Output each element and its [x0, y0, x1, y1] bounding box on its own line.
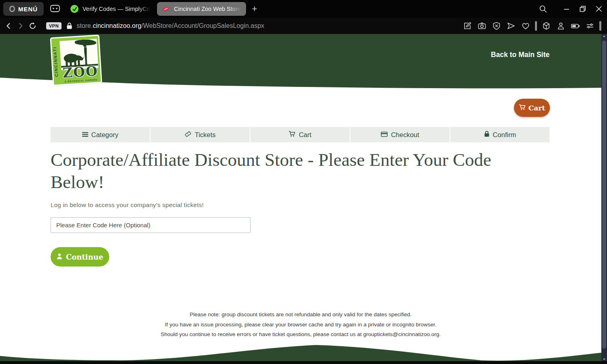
tab-verify-codes[interactable]: Verify Codes — SimplyCo [66, 2, 155, 16]
nav-tickets[interactable]: Tickets [151, 127, 250, 142]
scroll-down-icon[interactable]: ⌄ [601, 355, 607, 361]
category-menu-icon [82, 131, 88, 139]
reload-icon[interactable] [27, 20, 39, 32]
simplycodes-favicon-icon [70, 5, 79, 13]
tab-workspaces-icon[interactable] [50, 5, 60, 14]
browser-tab-bar: MENÚ Verify Codes — SimplyCo Cincinnati … [0, 0, 607, 18]
zoo-logo-zoo-text: ZOO [60, 64, 101, 80]
new-tab-button[interactable]: + [249, 3, 260, 15]
page-scrollbar[interactable]: ⌃ ⌄ [601, 34, 607, 361]
zoo-logo[interactable]: CINCINNATI [50, 34, 102, 86]
code-input[interactable] [51, 217, 250, 233]
credit-card-icon [381, 131, 388, 139]
maximize-button[interactable] [575, 0, 591, 18]
continue-button-label: Continue [66, 253, 103, 261]
extensions-cube-icon[interactable] [541, 21, 552, 31]
ticket-icon [185, 131, 191, 139]
camera-snapshot-icon[interactable] [477, 21, 487, 31]
store-step-nav: Category Tickets Cart Checkout [51, 127, 550, 142]
back-icon[interactable] [2, 20, 15, 32]
opera-logo-icon [9, 6, 15, 12]
url-path: /WebStore/Account/GroupSalesLogin.aspx [141, 22, 264, 29]
cart-button-label: Cart [528, 104, 545, 112]
settings-sliders-icon[interactable] [585, 21, 595, 31]
forward-icon[interactable] [15, 20, 27, 32]
note-line: Should you continue to receive errors or… [0, 330, 601, 340]
note-line: Please note: group discount tickets are … [0, 310, 601, 320]
window-bottom-edge [0, 361, 607, 364]
footer-notes: Please note: group discount tickets are … [0, 310, 601, 340]
zoo-logo-cincinnati-text: CINCINNATI [52, 40, 59, 84]
minimize-button[interactable] [558, 0, 575, 18]
cart-button[interactable]: Cart [514, 99, 550, 117]
browser-menu-button[interactable]: MENÚ [3, 2, 44, 16]
nav-label: Checkout [391, 131, 419, 139]
nav-confirm[interactable]: Confirm [450, 127, 550, 142]
bookmark-heart-icon[interactable] [520, 21, 531, 31]
page-title: Corporate/Affiliate Discount Store - Ple… [51, 149, 516, 193]
tab-label: Verify Codes — SimplyCo [83, 6, 151, 12]
note-line: If you have an issue processing, please … [0, 320, 601, 330]
zoo-store-favicon-icon [162, 5, 170, 13]
footer-wave [0, 341, 601, 361]
tab-label: Cincinnati Zoo Web Store [174, 6, 241, 12]
continue-button[interactable]: Continue [51, 247, 109, 267]
tab-cincinnati-zoo[interactable]: Cincinnati Zoo Web Store [157, 2, 246, 16]
cart-icon [519, 104, 526, 112]
url-domain: cincinnatizoo.org [93, 22, 141, 29]
browser-address-bar: VPN store.cincinnatizoo.org/WebStore/Acc… [0, 18, 607, 34]
confirm-lock-icon [484, 131, 490, 139]
page-subheading: Log in below to access your company's sp… [51, 201, 204, 208]
pinboard-icon[interactable] [462, 21, 473, 31]
close-button[interactable] [591, 0, 607, 18]
profile-icon[interactable] [556, 21, 566, 31]
lock-icon[interactable] [66, 22, 72, 30]
nav-cart[interactable]: Cart [250, 127, 350, 142]
nav-category[interactable]: Category [51, 127, 150, 142]
browser-window: MENÚ Verify Codes — SimplyCo Cincinnati … [0, 0, 607, 364]
nav-label: Tickets [195, 131, 216, 139]
menu-button-label: MENÚ [18, 6, 38, 13]
page-viewport: Back to Main Site CINCINNATI [0, 34, 601, 361]
person-icon [57, 253, 62, 261]
cart-step-icon [289, 131, 295, 139]
panel-toggle-handle[interactable] [599, 21, 601, 31]
back-to-main-site-link[interactable]: Back to Main Site [491, 51, 550, 59]
vpn-badge[interactable]: VPN [46, 22, 62, 30]
search-icon[interactable] [535, 0, 551, 18]
nav-checkout[interactable]: Checkout [350, 127, 450, 142]
nav-label: Cart [299, 131, 311, 139]
sidebar-divider-handle[interactable] [535, 21, 537, 31]
my-flow-icon[interactable] [506, 21, 516, 31]
nav-label: Category [91, 131, 119, 139]
url-text[interactable]: store.cincinnatizoo.org/WebStore/Account… [76, 22, 264, 30]
scrollbar-thumb[interactable] [602, 40, 606, 349]
nav-label: Confirm [493, 131, 516, 139]
scroll-up-icon[interactable]: ⌃ [601, 34, 607, 40]
adblock-shield-icon[interactable] [491, 21, 502, 31]
url-host-prefix: store. [76, 22, 93, 29]
battery-saver-icon[interactable] [570, 21, 581, 31]
